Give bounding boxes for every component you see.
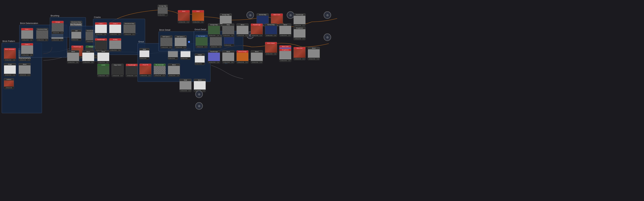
node-flood-1-label-top: Flood Fill [140,64,151,66]
node-far-2-label-top: Roughness [294,27,306,29]
node-shape-1[interactable]: Shape 2048x2048 - C16 [4,63,16,76]
node-right-e[interactable]: Brick Output 2048x2048 - C16 [265,42,277,55]
node-brick-generator-label-top: Brick Generator [4,48,16,50]
node-grout-tile[interactable]: Tile Generator 2048x2048 - C16 [154,64,166,77]
node-top-brick-2[interactable]: Brick 2048x2048 - C16 [178,10,190,23]
node-passthrough-2-thumb [95,40,107,49]
node-output-circle-1[interactable]: ⊙ [246,12,254,19]
node-uniform-1[interactable]: Uniform 2048x2048 [4,78,14,89]
node-blend-main-3-thumb [98,53,109,61]
node-right-f[interactable]: Blend 2048x2048 - C16 [279,24,291,37]
node-warp-1[interactable]: Directional Warp 2048x2048 - C16 [36,28,48,41]
node-far-2[interactable]: Roughness 2048x2048 - C16 [294,27,306,40]
node-half-space-1[interactable]: Half Space 1 2048x2048 - C16 [160,35,172,48]
node-blend-main-2-label-top: Blend [82,50,94,53]
node-crack-gen-1-thumb [95,25,107,33]
node-cell-1[interactable]: Cell 2048x2048 - C16 [71,30,81,41]
node-far-4-thumb [308,49,320,58]
node-levels-1[interactable]: Levels 2048x2048 - C16 [97,64,109,77]
node-bottom-1-label-top: Node [180,79,191,81]
node-crack-gen-2-label-top: Crack 2 [109,22,121,25]
node-output-top-right[interactable]: ⊙ [324,12,331,19]
node-blend-main-3[interactable]: Blend 2048x2048 - C16 [97,50,109,64]
node-grout-detail-1[interactable]: Tile Sampler 2048x2048 - C16 [196,35,208,48]
node-grunge-1[interactable]: Grunge 2048x2048 - C16 [52,21,64,34]
node-half-space-2[interactable]: Half Space 2 2048x2048 - C16 [174,35,187,48]
node-blend-right-2[interactable]: Blend Orange 2048x2048 - C16 [236,50,248,64]
node-right-c[interactable]: Blend 2048x2048 - C16 [236,24,248,37]
node-crack-1[interactable]: Crack 1 2048x2048 - C16 [21,28,33,41]
node-output-bottom-2[interactable]: ⊙ [196,102,203,110]
node-far-right-3[interactable]: Roughness 2048x2048 - C16 [279,48,291,62]
node-grout-tile-thumb [154,66,166,74]
node-crack-gen-2[interactable]: Crack 2 2048x2048 - C16 [109,22,121,36]
node-passthrough-2[interactable]: Passthrough 2048x2048 - C16 [95,38,107,52]
node-grout-detail-1-label-top: Tile Sampler [196,35,208,37]
node-blend-main-2-thumb [82,53,94,61]
node-bottom-1[interactable]: Node 2048x2048 - C16 [180,79,192,92]
node-blend-right-1-thumb [222,53,234,61]
node-blend-main-1[interactable]: Blend 2048x2048 - C16 [67,50,79,64]
node-right-c-label-top: Blend [237,24,248,26]
node-far-4[interactable]: Blend 2048x2048 - C16 [308,47,320,60]
node-flood-1[interactable]: Flood Fill 2048x2048 - C16 [139,64,152,77]
node-right-b[interactable]: Warp 2048x2048 - C16 [222,24,234,37]
node-graph-canvas[interactable]: Brick Pattern Brick Generator 2048x2048 … [0,0,644,201]
node-passthrough-main-thumb [126,66,138,74]
node-grunge-1-label: 2048x2048 - C16 [52,32,64,34]
node-crack-gen-1-label-top: Crack 1 [95,22,107,25]
node-grout-mask-label-top: Mask [140,48,149,50]
node-right-f-label-top: Blend [280,24,291,26]
node-edge-detect-1[interactable]: Edge Detect 2048x2048 - C16 [112,64,124,77]
node-right-a-label-top: Grunge Map [208,24,220,26]
node-bottom-2-thumb [194,81,206,90]
node-multiply-1[interactable]: Multiply 2048x2048 - C16 [109,38,121,52]
node-blend-right-2-label-top: Blend Orange [237,50,248,53]
node-blend-main-1-label: 2048x2048 - C16 [67,61,79,63]
node-grunge-map-1-thumb [220,16,232,24]
node-passthrough-right-1-label-top: Passthrough [208,50,220,53]
node-top-brick-3[interactable]: Brick 2048x2048 - C16 [192,10,204,23]
node-blend-right-3[interactable]: Blend 2048x2048 - C16 [251,50,263,64]
node-output-bottom-1[interactable]: ⊙ [196,90,203,98]
frame-brushing-title: Brushing [51,14,59,17]
node-crack-2[interactable]: Crack 2 2048x2048 - C16 [21,43,33,56]
node-flood-1-thumb [140,66,151,74]
frame-air-pockets-title: Air Pockets [70,23,81,26]
node-bottom-2[interactable]: Blend 2048x2048 - C16 [194,79,206,92]
node-edge-detect-1-thumb [112,66,124,74]
node-far-3-label-top: Brick Red [294,47,306,49]
frame-brick-detail-title: Brick Detail [159,29,170,31]
node-far-1[interactable]: Passthrough 2048x2048 - C16 [294,14,306,27]
node-grout-detail-2[interactable]: Warp 2048x2048 - C16 [210,35,222,48]
node-blend-right-3-label: 2048x2048 - C16 [251,61,263,63]
node-output-mid-right[interactable]: ⊙ [324,34,331,41]
node-right-a[interactable]: Grunge Map 2048x2048 - C16 [208,24,220,37]
node-half-space-1-label: 2048x2048 - C16 [160,46,172,48]
node-right-d[interactable]: Passthrough 2048x2048 - C16 [251,24,263,37]
node-blend-right-3-thumb [251,53,263,61]
node-grout-out[interactable]: Output 2048x2048 - C16 [195,54,205,65]
node-top-brick-1-thumb [158,7,168,14]
node-blend-main-2[interactable]: Blend 2048x2048 - C16 [82,50,94,64]
node-crack-gen-1[interactable]: Crack 1 2048x2048 - C16 [95,22,107,36]
node-blend-1[interactable]: Blend 2048x2048 - C16 [18,63,31,76]
node-passthrough-main[interactable]: Passthrough 2048x2048 - C16 [126,64,138,77]
node-dir-warp-3[interactable]: Directional Warp 2048x2048 - C16 [124,22,136,36]
node-grout-mask[interactable]: Mask 2048x2048 - C16 [139,48,150,60]
node-levels-1-label-top: Levels [98,64,109,66]
node-blend-right-1[interactable]: Blend 2048x2048 - C16 [222,50,234,64]
node-far-3[interactable]: Brick Red 2048x2048 - C16 [294,47,306,60]
node-top-brick-1[interactable]: Grunge Map 2048x2048 - C16 [158,5,168,16]
node-passthrough-right-1[interactable]: Passthrough 2048x2048 - C16 [208,50,220,64]
node-far-right-3-label: 2048x2048 - C16 [280,59,291,62]
node-blend-right-1-label-top: Blend [222,50,234,53]
node-brick-generator[interactable]: Brick Generator 2048x2048 - C16 [4,48,16,61]
node-grout-blend3[interactable]: Blend 2048x2048 - C16 [168,64,180,77]
node-output-final-1[interactable]: ⊙ [287,12,294,19]
frame-brick-detail: Brick Detail Half Space 1 2048x2048 - C1… [158,32,194,51]
node-grout-mask-thumb [140,50,149,57]
node-blend-1-thumb [19,66,30,74]
node-far-right-1[interactable]: Normal Map 2048x2048 - C16 [265,24,277,37]
node-passthrough-main-label-top: Passthrough [126,64,138,66]
